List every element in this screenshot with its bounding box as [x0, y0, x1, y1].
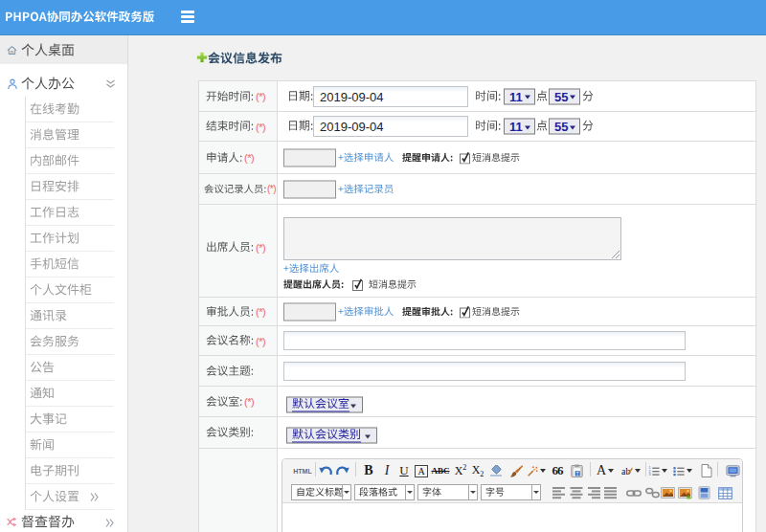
svg-text:3: 3: [648, 473, 650, 477]
